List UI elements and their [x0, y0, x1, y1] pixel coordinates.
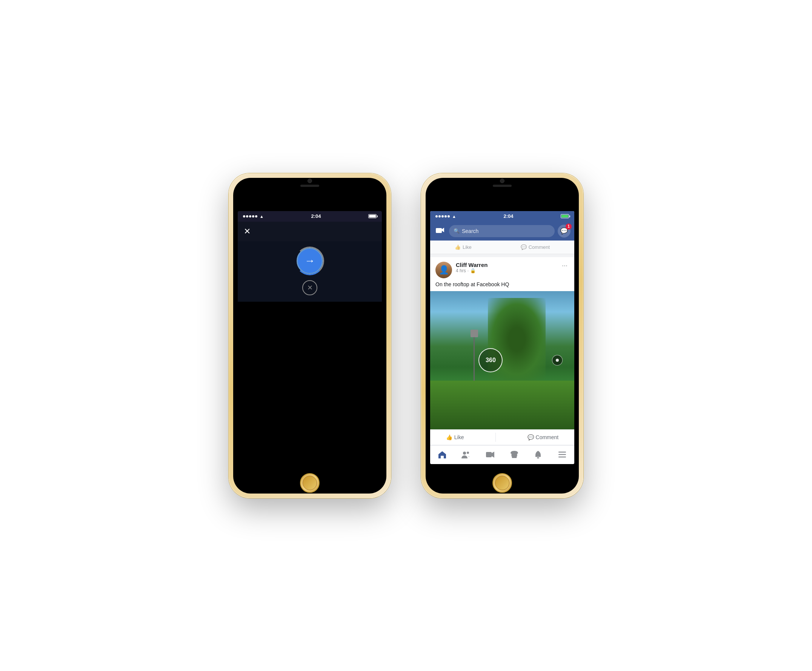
comment-icon-top: 💬	[521, 244, 527, 250]
comment-btn-top[interactable]: 💬 Comment	[521, 244, 550, 250]
cancel-button[interactable]: ✕	[302, 280, 317, 295]
capture-ring	[296, 247, 324, 275]
comment-btn-bottom[interactable]: 💬 Comment	[528, 434, 559, 440]
camera-header: ✕	[238, 221, 382, 241]
privacy-icon: 🔒	[470, 268, 476, 273]
nav-notifications[interactable]	[530, 446, 546, 463]
svg-marker-1	[442, 228, 444, 232]
signal-dot-5	[255, 215, 257, 218]
camera-controls: → ✕	[238, 241, 382, 302]
search-icon: 🔍	[454, 228, 460, 234]
more-options-btn[interactable]: ···	[560, 262, 569, 270]
author-name[interactable]: Cliff Warren	[456, 262, 557, 268]
post-photo-container[interactable]: 360	[430, 291, 574, 429]
signal-dot-fb-2	[438, 215, 441, 218]
front-camera-2	[500, 179, 505, 183]
comment-label-bottom: Comment	[536, 434, 559, 440]
front-camera	[307, 179, 312, 183]
like-icon-top: 👍	[455, 244, 461, 250]
comment-label-top: Comment	[528, 244, 550, 250]
nav-video[interactable]	[482, 446, 498, 463]
main-scene: ▲ 2:04 ✕	[214, 158, 598, 513]
fb-post-card: 👤 Cliff Warren 4 hrs · 🔒 ···	[430, 257, 574, 445]
close-button[interactable]: ✕	[244, 227, 251, 237]
home-button-2[interactable]	[493, 473, 512, 493]
signal-bars	[243, 215, 257, 218]
capture-button[interactable]: →	[297, 248, 323, 274]
signal-dot-4	[252, 215, 254, 218]
svg-rect-10	[559, 454, 566, 455]
signal-bars-fb	[435, 215, 450, 218]
nav-home[interactable]	[434, 446, 450, 463]
action-bar-bottom: 👍 Like 💬 Comment	[430, 429, 574, 445]
svg-rect-11	[559, 456, 566, 458]
signal-dot-3	[249, 215, 251, 218]
photo-360-scene: 360	[430, 291, 574, 429]
post-text: On the rooftop at Facebook HQ	[430, 281, 574, 291]
status-left: ▲	[243, 214, 264, 219]
home-button-inner-1	[302, 476, 317, 490]
status-time-camera: 2:04	[311, 213, 321, 219]
time-dot: ·	[467, 268, 469, 273]
like-btn-bottom[interactable]: 👍 Like	[446, 434, 464, 440]
battery-icon-camera	[368, 214, 377, 218]
wifi-icon-fb: ▲	[452, 214, 456, 219]
svg-marker-5	[492, 451, 494, 458]
status-bar-camera: ▲ 2:04	[238, 211, 382, 221]
photo-light	[471, 330, 478, 337]
post-time: 4 hrs · 🔒	[456, 268, 557, 273]
fb-camera-icon[interactable]	[434, 227, 446, 235]
photo-shrubs	[430, 381, 574, 429]
nav-menu[interactable]	[554, 446, 571, 463]
fb-feed: ▲ 2:04	[430, 211, 574, 464]
author-avatar[interactable]: 👤	[435, 262, 452, 278]
battery-fill-fb	[561, 215, 568, 218]
divider	[495, 433, 496, 442]
signal-dot-fb-1	[435, 215, 438, 218]
battery-fill	[369, 215, 376, 218]
phone-camera: ▲ 2:04 ✕	[229, 173, 391, 498]
signal-dot-fb-4	[445, 215, 447, 218]
phone-speaker-2	[493, 185, 511, 187]
nav-marketplace[interactable]	[506, 446, 523, 463]
status-right-fb	[561, 214, 569, 218]
messenger-button[interactable]: 💬 1	[558, 225, 571, 237]
cancel-icon: ✕	[307, 284, 313, 292]
svg-point-3	[467, 451, 469, 454]
status-bar-fb: ▲ 2:04	[430, 211, 574, 221]
home-button-1[interactable]	[300, 473, 319, 493]
signal-dot-fb-3	[442, 215, 444, 218]
home-button-inner-2	[495, 476, 510, 490]
comment-icon-bottom: 💬	[528, 434, 534, 440]
wifi-icon: ▲	[260, 214, 264, 219]
svg-rect-8	[537, 457, 539, 458]
like-icon-bottom: 👍	[446, 434, 452, 440]
search-placeholder: Search	[462, 228, 479, 234]
like-label-bottom: Like	[454, 434, 464, 440]
like-btn-top[interactable]: 👍 Like	[455, 244, 472, 250]
status-left-fb: ▲	[435, 214, 456, 219]
phone-top-bar-2	[421, 173, 583, 206]
post-meta: Cliff Warren 4 hrs · 🔒	[456, 262, 557, 273]
action-bar-top: 👍 Like 💬 Comment	[430, 240, 574, 254]
camera-screen: ▲ 2:04 ✕	[238, 211, 382, 464]
svg-rect-0	[436, 228, 442, 233]
phone-speaker	[301, 185, 319, 187]
svg-rect-9	[559, 451, 566, 453]
fb-bottom-nav	[430, 445, 574, 464]
like-label-top: Like	[463, 244, 472, 250]
svg-point-2	[463, 451, 466, 455]
fb-navbar: 🔍 Search 💬 1	[430, 221, 574, 240]
phone-top-bar	[229, 173, 391, 206]
svg-rect-4	[486, 452, 492, 457]
nav-friends[interactable]	[458, 446, 474, 463]
fb-search-bar[interactable]: 🔍 Search	[449, 225, 555, 237]
messenger-badge: 1	[566, 223, 572, 230]
battery-icon-fb	[561, 214, 569, 218]
status-right-camera	[368, 214, 377, 218]
facebook-screen: ▲ 2:04	[430, 211, 574, 464]
signal-dot-1	[243, 215, 245, 218]
badge-360[interactable]: 360	[479, 348, 503, 372]
status-time-fb: 2:04	[503, 213, 513, 219]
360-nav-indicator	[552, 355, 562, 366]
